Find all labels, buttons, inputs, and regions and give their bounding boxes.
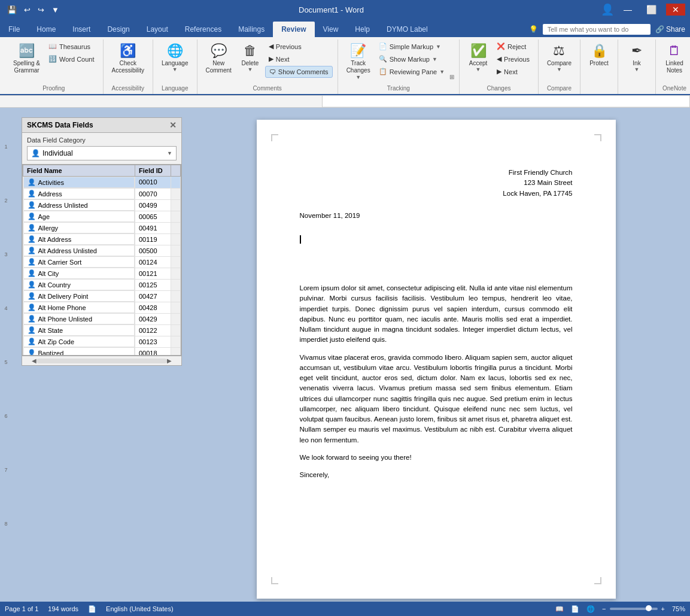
ink-group: ✒ Ink ▼ (618, 40, 656, 94)
scroll-cell (171, 233, 181, 245)
tab-review[interactable]: Review (273, 22, 314, 37)
table-row[interactable]: 👤 Alt Carrier Sort 00124 (23, 256, 181, 268)
page-indicator[interactable]: Page 1 of 1 (5, 605, 38, 612)
field-name-cell: 👤 Address (23, 188, 135, 199)
document-scroll-area[interactable]: First Friendly Church 123 Main Street Lo… (182, 108, 690, 616)
thesaurus-btn[interactable]: 📖 Thesaurus (45, 41, 98, 52)
print-layout-btn[interactable]: 📄 (571, 605, 579, 613)
reviewing-pane-arrow: ▼ (439, 69, 445, 75)
restore-btn[interactable]: ⬜ (642, 4, 661, 16)
share-btn[interactable]: 🔗 Share (655, 25, 685, 34)
row-person-icon: 👤 (28, 349, 36, 356)
tab-references[interactable]: References (177, 22, 230, 37)
tab-file[interactable]: File (0, 22, 28, 37)
linked-notes-btn[interactable]: 🗒 LinkedNotes (661, 41, 688, 77)
tab-mailings[interactable]: Mailings (230, 22, 273, 37)
compare-btn[interactable]: ⚖ Compare ▼ (543, 41, 575, 75)
customize-qat-btn[interactable]: ▼ (49, 4, 62, 16)
tab-home[interactable]: Home (28, 22, 64, 37)
field-name-text: Address Unlisted (38, 202, 88, 209)
ink-arrow: ▼ (634, 66, 640, 72)
table-row[interactable]: 👤 Alt Home Phone 00428 (23, 302, 181, 313)
tab-layout[interactable]: Layout (138, 22, 177, 37)
table-row[interactable]: 👤 Alt Zip Code 00123 (23, 336, 181, 347)
tracking-expand-btn[interactable]: ⊞ (449, 74, 454, 83)
doc-body[interactable]: Lorem ipsum dolor sit amet, consectetur … (300, 283, 573, 463)
fields-table-wrapper[interactable]: Field Name Field ID 👤 Activities 00010 👤… (22, 164, 181, 356)
tell-me-input[interactable] (543, 24, 651, 35)
scroll-left-btn[interactable]: ◀ (32, 357, 37, 364)
accessibility-label: CheckAccessibility (112, 60, 144, 74)
linked-notes-label: LinkedNotes (665, 60, 683, 74)
table-row[interactable]: 👤 Alt Phone Unlisted 00429 (23, 313, 181, 324)
onenote-icon: 🗒 (668, 43, 681, 59)
save-btn[interactable]: 💾 (5, 4, 19, 16)
language-btn[interactable]: 🌐 Language ▼ (158, 41, 192, 75)
table-row[interactable]: 👤 Address 00070 (23, 188, 181, 199)
undo-btn[interactable]: ↩ (22, 4, 33, 16)
track-changes-icon: 📝 (350, 43, 366, 59)
table-row[interactable]: 👤 Activities 00010 (23, 177, 181, 189)
previous-comment-btn[interactable]: ◀ Previous (265, 41, 333, 52)
field-name-text: Address (38, 190, 62, 198)
panel-category-section: Data Field Category 👤 Individual ▼ (22, 133, 181, 164)
table-row[interactable]: 👤 Age 00065 (23, 211, 181, 222)
reject-btn[interactable]: ❌ Reject (493, 41, 533, 52)
language-status[interactable]: English (United States) (106, 605, 174, 612)
close-btn[interactable]: ✕ (666, 4, 685, 16)
minimize-btn[interactable]: — (619, 4, 637, 16)
ink-btn[interactable]: ✒ Ink ▼ (623, 41, 651, 75)
zoom-level[interactable]: 75% (672, 605, 685, 612)
word-count-status[interactable]: 194 words (48, 605, 78, 612)
panel-close-btn[interactable]: ✕ (169, 120, 177, 130)
show-markup-btn[interactable]: 🔍 Show Markup ▼ (375, 53, 448, 65)
check-accessibility-btn[interactable]: ♿ CheckAccessibility (108, 41, 148, 77)
word-count-btn[interactable]: 🔢 Word Count (45, 53, 98, 65)
next-change-btn[interactable]: ▶ Next (493, 66, 533, 77)
lightbulb-icon: 💡 (529, 25, 538, 34)
window-title: Document1 - Word (62, 5, 601, 14)
tab-insert[interactable]: Insert (64, 22, 99, 37)
next-comment-btn[interactable]: ▶ Next (265, 53, 333, 65)
reviewing-pane-btn[interactable]: 📋 Reviewing Pane ▼ (375, 66, 448, 77)
read-mode-btn[interactable]: 📖 (555, 605, 564, 613)
selected-category: Individual (42, 149, 73, 157)
protect-btn[interactable]: 🔒 Protect (585, 41, 613, 69)
table-row[interactable]: 👤 Alt Address 00119 (23, 233, 181, 245)
prev-change-btn[interactable]: ◀ Previous (493, 53, 533, 65)
table-row[interactable]: 👤 Baptized 00018 (23, 347, 181, 356)
track-changes-btn[interactable]: 📝 TrackChanges ▼ (343, 41, 374, 83)
simple-markup-btn[interactable]: 📄 Simple Markup ▼ (375, 41, 448, 52)
new-comment-btn[interactable]: 💬 NewComment (202, 41, 235, 77)
zoom-slider[interactable]: − + (602, 605, 665, 612)
proofing-icon[interactable]: 📄 (88, 605, 96, 613)
show-comments-btn[interactable]: 🗨 Show Comments (265, 66, 333, 78)
row-person-icon: 👤 (28, 315, 36, 323)
table-row[interactable]: 👤 Address Unlisted 00499 (23, 199, 181, 211)
delete-comment-btn[interactable]: 🗑 Delete ▼ (236, 41, 264, 75)
table-row[interactable]: 👤 Alt Country 00125 (23, 279, 181, 290)
language-items: 🌐 Language ▼ (158, 41, 192, 83)
spelling-grammar-btn[interactable]: 🔤 Spelling &Grammar (10, 41, 44, 77)
comments-group: 💬 NewComment 🗑 Delete ▼ ◀ Previous ▶ Nex… (197, 40, 338, 94)
horizontal-scrollbar[interactable]: ◀ ▶ (22, 356, 181, 365)
tab-design[interactable]: Design (99, 22, 138, 37)
table-row[interactable]: 👤 Allergy 00491 (23, 222, 181, 233)
table-row[interactable]: 👤 Alt State 00122 (23, 324, 181, 336)
tab-view[interactable]: View (315, 22, 347, 37)
table-row[interactable]: 👤 Alt Address Unlisted 00500 (23, 245, 181, 256)
zoom-out-btn[interactable]: − (602, 605, 606, 612)
table-row[interactable]: 👤 Alt Delivery Point 00427 (23, 290, 181, 302)
zoom-in-btn[interactable]: + (661, 605, 665, 612)
tab-help[interactable]: Help (346, 22, 378, 37)
scroll-right-btn[interactable]: ▶ (167, 357, 172, 364)
document-page[interactable]: First Friendly Church 123 Main Street Lo… (257, 120, 616, 599)
table-row[interactable]: 👤 Alt City 00121 (23, 268, 181, 279)
web-layout-btn[interactable]: 🌐 (586, 605, 595, 613)
tab-dymo[interactable]: DYMO Label (378, 22, 436, 37)
category-dropdown[interactable]: 👤 Individual ▼ (27, 146, 177, 160)
show-comments-icon: 🗨 (269, 68, 276, 75)
redo-btn[interactable]: ↪ (35, 4, 47, 16)
accept-btn[interactable]: ✅ Accept ▼ (464, 41, 492, 75)
scroll-cell (171, 313, 181, 324)
